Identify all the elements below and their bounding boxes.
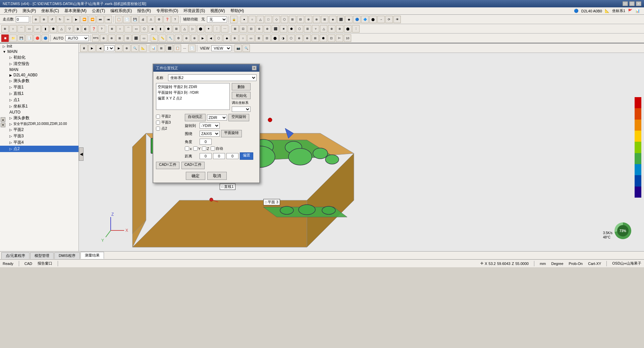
tb2-15[interactable]: ○: [116, 25, 124, 32]
tb2-23[interactable]: △: [181, 25, 188, 32]
workpiece-dialog[interactable]: 工件位置找正 × 名称 坐标系2 空间旋转 平面2 到 ZDIR: [153, 64, 260, 183]
menu-probe[interactable]: 测头(P): [20, 7, 39, 14]
tb-meas-5[interactable]: ◇: [273, 16, 280, 23]
tb2-40[interactable]: △: [320, 25, 327, 32]
tb3-35[interactable]: ⊢: [336, 34, 343, 42]
tb-btn-9[interactable]: ⏭: [97, 16, 104, 23]
tree-item-dian1[interactable]: ▷ 点1: [0, 97, 78, 103]
tb3-31[interactable]: ⊗: [304, 34, 311, 42]
menu-file[interactable]: 文件(F): [1, 7, 20, 14]
maximize-button[interactable]: □: [629, 1, 635, 6]
tree-item-mian4[interactable]: ▷ 平面4: [0, 139, 78, 146]
vp-btn-1[interactable]: 🖥: [80, 45, 88, 52]
check-dian2[interactable]: [156, 127, 160, 131]
tb3-8[interactable]: ⊞: [116, 34, 123, 42]
tb-btn-5[interactable]: ⇦: [64, 16, 72, 23]
side-arrow-down[interactable]: ▼: [1, 123, 5, 127]
tb2-20[interactable]: ▮: [157, 25, 164, 32]
cad-eq-work-button[interactable]: CAD=工件: [156, 162, 179, 169]
check-x[interactable]: [185, 146, 189, 151]
dialog-name-combo[interactable]: 坐标系2: [168, 74, 257, 81]
auto-align-combo[interactable]: ZDIR: [207, 115, 227, 121]
vp-btn-13[interactable]: 📷: [234, 45, 242, 52]
vp-btn-10[interactable]: ⬛: [166, 45, 173, 52]
angle-input[interactable]: [200, 139, 212, 145]
tb-btn-8[interactable]: ⏪: [89, 16, 96, 23]
vp-btn-2[interactable]: ▶: [88, 45, 96, 52]
tb2-4[interactable]: ▭: [25, 25, 33, 32]
tb2-18[interactable]: ⬡: [141, 25, 148, 32]
tree-item-zhixian1[interactable]: ▷ 直线1: [0, 90, 78, 97]
tb2-30[interactable]: ⊡: [239, 25, 247, 32]
vp-btn-5[interactable]: ⊕: [123, 45, 130, 52]
vp-btn-14[interactable]: 🔍: [243, 45, 250, 52]
tb-meas-12[interactable]: ◈: [329, 16, 336, 23]
tb2-34[interactable]: ⬛: [272, 25, 279, 32]
tb2-9[interactable]: ▽: [66, 25, 73, 32]
tb2-8[interactable]: △: [58, 25, 65, 32]
tb2-19[interactable]: ◆: [149, 25, 156, 32]
tree-item-qingkong[interactable]: ▷ 清空报告: [0, 61, 78, 67]
minimize-button[interactable]: ─: [623, 1, 628, 6]
tb2-2[interactable]: ○: [9, 25, 17, 32]
init-button[interactable]: 初始化: [232, 92, 251, 99]
tb-meas-1[interactable]: ●: [240, 16, 248, 23]
tb3-2[interactable]: 💾: [17, 34, 25, 42]
tb-btn-12[interactable]: 📄: [123, 16, 130, 23]
tb2-22[interactable]: ⊞: [173, 25, 180, 32]
tb3-33[interactable]: ⬟: [320, 34, 327, 42]
tb2-39[interactable]: ▿: [312, 25, 319, 32]
tb3-18[interactable]: ▶: [199, 34, 206, 42]
tb3-rps[interactable]: RPS: [92, 34, 99, 42]
tree-item-chushi[interactable]: ▷ 初始化: [0, 54, 78, 61]
tb2-33[interactable]: ⊗: [264, 25, 271, 32]
tree-item-man[interactable]: MAN: [0, 67, 78, 72]
panel-toggle[interactable]: ◀: [79, 147, 84, 161]
tb2-1[interactable]: ⊕: [1, 25, 9, 32]
dist-z-input[interactable]: [226, 153, 238, 159]
tb2-11[interactable]: ◐: [82, 25, 89, 32]
tb3-26[interactable]: ⊟: [263, 34, 271, 42]
tb2-43[interactable]: ⬤: [344, 25, 352, 32]
vp-btn-6[interactable]: 🔍: [131, 45, 139, 52]
tb3-5[interactable]: 🔵: [42, 34, 49, 42]
vp-btn-12[interactable]: 📄: [188, 45, 196, 52]
tb2-29[interactable]: ⊠: [231, 25, 239, 32]
tb2-16[interactable]: ⌒: [124, 25, 132, 32]
tb-meas-8[interactable]: ⊟: [297, 16, 304, 23]
tb3-14[interactable]: 🔧: [167, 34, 174, 42]
tb2-3[interactable]: ⌒: [17, 25, 25, 32]
tb3-23[interactable]: ○: [239, 34, 247, 42]
tab-measure[interactable]: 测量结果: [80, 252, 104, 259]
tb3-32[interactable]: ⊞: [312, 34, 319, 42]
dialog-close-button[interactable]: ×: [252, 66, 257, 70]
tb2-5[interactable]: ▱: [34, 25, 41, 32]
tb-btn-13[interactable]: 💾: [131, 16, 139, 23]
tb2-44[interactable]: ⋮: [352, 25, 360, 32]
dist-y-input[interactable]: [213, 153, 225, 159]
tb-meas-4[interactable]: □: [265, 16, 272, 23]
offset-button[interactable]: 偏置: [240, 152, 253, 160]
tb-meas-6[interactable]: ⬡: [281, 16, 288, 23]
tb-btn-15[interactable]: ⚠: [147, 16, 155, 23]
tree-item-dian2[interactable]: ▷ 点2: [0, 146, 78, 152]
tb-meas-13[interactable]: ⬛: [337, 16, 344, 23]
tb-meas-20[interactable]: 👁: [393, 16, 401, 23]
tree-item-zuobiao1[interactable]: ▷ 坐标系1: [0, 103, 78, 110]
vp-btn-8[interactable]: 📊: [150, 45, 157, 52]
vp-btn-7[interactable]: 📐: [139, 45, 147, 52]
tb3-3[interactable]: 📑: [25, 34, 33, 42]
tb3-21[interactable]: ◆: [223, 34, 230, 42]
tb2-41[interactable]: ⊕: [328, 25, 335, 32]
vp-btn-3[interactable]: ◀: [96, 45, 104, 52]
vp-btn-9[interactable]: ⊞: [158, 45, 165, 52]
tb3-27[interactable]: ⬤: [271, 34, 279, 42]
tb-btn-6[interactable]: ▶: [72, 16, 80, 23]
tb2-6[interactable]: ▮: [42, 25, 49, 32]
tb-btn-2[interactable]: ⊗: [40, 16, 48, 23]
dialog-listbox[interactable]: 空间旋转 平面2 到 ZDIR 平面旋转 平面3 到 -YDIR 偏置 X Y …: [156, 83, 230, 110]
tb2-21[interactable]: ⬟: [165, 25, 172, 32]
tb3-29[interactable]: ⬡: [287, 34, 295, 42]
tb-meas-18[interactable]: →: [377, 16, 385, 23]
menu-report[interactable]: 报告(R): [135, 7, 154, 14]
